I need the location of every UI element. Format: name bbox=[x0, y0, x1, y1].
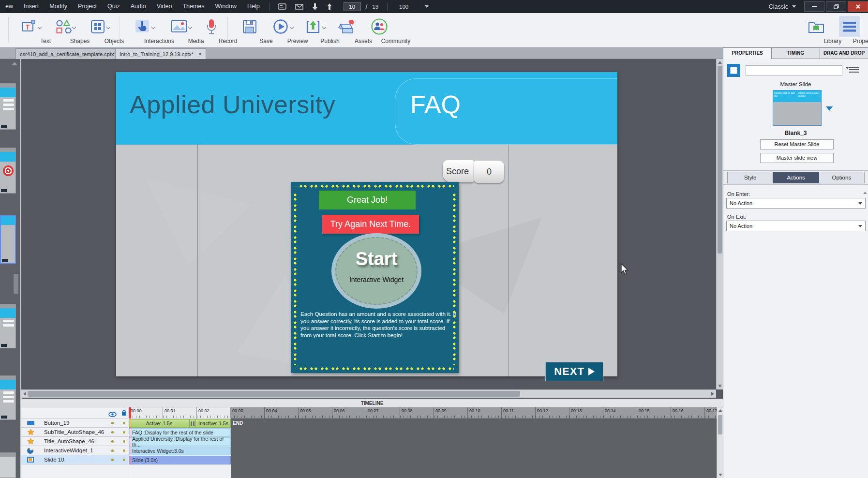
slide-thumbnail[interactable] bbox=[0, 83, 16, 130]
scroll-up-icon[interactable] bbox=[12, 62, 17, 65]
next-slide-icon[interactable] bbox=[327, 3, 332, 10]
layer-row-title[interactable]: Title_AutoShape_46 bbox=[21, 437, 128, 446]
menu-item[interactable]: Quiz bbox=[102, 0, 125, 13]
interactive-widget-card[interactable]: Great Job! Try Again Next Time. Start In… bbox=[291, 182, 459, 373]
timeline-bar-button[interactable]: Active: 1.5s Inactive: 1.5s bbox=[129, 419, 231, 428]
menu-item[interactable]: Video bbox=[151, 0, 178, 13]
slide-thumbnail[interactable] bbox=[0, 452, 16, 478]
tab-properties[interactable]: PROPERTIES bbox=[723, 47, 772, 59]
tab-drag-and-drop[interactable]: DRAG AND DROP bbox=[820, 47, 868, 59]
lock-dot[interactable] bbox=[123, 422, 125, 424]
lock-dot[interactable] bbox=[123, 459, 125, 461]
menu-item[interactable]: Audio bbox=[125, 0, 151, 13]
lock-dot[interactable] bbox=[123, 449, 125, 452]
tool-properties[interactable]: Properties bbox=[833, 15, 866, 45]
scrollbar-thumb[interactable] bbox=[718, 415, 722, 434]
master-slide-thumbnail[interactable]: Double click to add title Double click t… bbox=[773, 90, 822, 126]
current-slide-input[interactable]: 10 bbox=[344, 2, 361, 11]
tool-shapes[interactable]: Shapes bbox=[47, 15, 80, 45]
minimize-button[interactable] bbox=[804, 1, 824, 12]
scroll-left-icon[interactable] bbox=[23, 392, 26, 396]
zoom-control[interactable]: 100 bbox=[399, 4, 429, 10]
scrollbar-thumb[interactable] bbox=[28, 391, 520, 397]
start-button[interactable]: Start Interactive Widget bbox=[331, 233, 421, 309]
chevron-down-icon[interactable] bbox=[322, 25, 326, 29]
scroll-down-icon[interactable] bbox=[718, 385, 722, 388]
slide-thumbnail-selected[interactable] bbox=[0, 215, 16, 264]
scroll-right-icon[interactable] bbox=[711, 392, 714, 396]
chevron-down-icon[interactable] bbox=[38, 25, 42, 29]
canvas-vertical-scrollbar[interactable] bbox=[716, 59, 723, 389]
zoom-level[interactable]: 100 bbox=[399, 4, 408, 10]
visibility-dot[interactable] bbox=[111, 431, 114, 433]
slide-thumbnail[interactable] bbox=[0, 148, 16, 194]
visibility-dot[interactable] bbox=[111, 459, 114, 461]
chevron-down-icon[interactable] bbox=[106, 25, 110, 29]
tab-timing[interactable]: TIMING bbox=[772, 47, 820, 59]
subtab-style[interactable]: Style bbox=[727, 172, 773, 183]
tool-objects[interactable]: Objects bbox=[81, 15, 114, 45]
chevron-down-icon[interactable] bbox=[290, 25, 294, 29]
tool-preview[interactable]: Preview bbox=[265, 15, 298, 45]
timeline-bar-title[interactable]: Applied University :Display for the rest… bbox=[129, 437, 231, 446]
success-banner[interactable]: Great Job! bbox=[319, 191, 416, 209]
on-enter-dropdown[interactable]: No Action bbox=[726, 198, 866, 209]
visibility-dot[interactable] bbox=[111, 449, 114, 452]
slide-10[interactable]: Applied University FAQ Score 0 Great Job… bbox=[116, 72, 617, 376]
slide-subtitle[interactable]: FAQ bbox=[410, 90, 461, 119]
chevron-down-icon[interactable] bbox=[72, 25, 76, 29]
master-slide-dropdown-icon[interactable] bbox=[826, 106, 833, 111]
panel-menu-icon[interactable] bbox=[849, 67, 859, 75]
layer-row-button[interactable]: Button_19 bbox=[21, 418, 128, 428]
playhead-line[interactable] bbox=[130, 407, 130, 464]
stage-canvas[interactable]: Applied University FAQ Score 0 Great Job… bbox=[21, 59, 716, 389]
on-exit-dropdown[interactable]: No Action bbox=[726, 221, 866, 231]
menu-item[interactable]: Themes bbox=[177, 0, 210, 13]
chevron-down-icon[interactable] bbox=[792, 5, 796, 8]
layer-row-slide[interactable]: Slide 10 bbox=[21, 455, 128, 464]
lock-icon[interactable] bbox=[121, 409, 127, 418]
canvas-horizontal-scrollbar[interactable] bbox=[21, 389, 716, 398]
layer-row-subtitle[interactable]: SubTitle_AutoShape_46 bbox=[21, 428, 128, 437]
workspace-selector[interactable]: Classic bbox=[769, 3, 788, 10]
tool-record[interactable]: Record bbox=[195, 15, 228, 45]
tool-text[interactable]: T Text bbox=[13, 15, 45, 45]
previous-slide-icon[interactable] bbox=[312, 3, 318, 10]
chevron-down-icon[interactable] bbox=[425, 5, 429, 8]
filmstrip-scrollbar-thumb[interactable] bbox=[14, 274, 18, 294]
tool-save[interactable]: Save bbox=[233, 15, 266, 45]
scrollbar-thumb[interactable] bbox=[718, 66, 722, 254]
reset-master-slide-button[interactable]: Reset Master Slide bbox=[760, 139, 834, 149]
slide-thumbnail[interactable] bbox=[0, 304, 16, 348]
subtab-actions[interactable]: Actions bbox=[773, 172, 819, 183]
chevron-down-icon[interactable] bbox=[188, 25, 192, 29]
score-label-tab[interactable]: Score bbox=[443, 160, 474, 182]
object-name-input[interactable] bbox=[746, 65, 842, 76]
lock-dot[interactable] bbox=[123, 440, 125, 443]
layer-row-widget[interactable]: InteractiveWidget_1 bbox=[21, 446, 128, 455]
pause-icon[interactable] bbox=[191, 421, 195, 426]
document-tab[interactable]: csr410_add_a_certificate_template.cptx* … bbox=[15, 48, 129, 59]
timeline-bar-slide[interactable]: Slide (3.0s) bbox=[129, 456, 231, 464]
tool-interactions[interactable]: Interactions bbox=[126, 15, 159, 45]
timeline-bar-widget[interactable]: Interactive Widget:3.0s bbox=[129, 447, 231, 455]
tool-media[interactable]: Media bbox=[163, 15, 196, 45]
menu-item[interactable]: Insert bbox=[18, 0, 44, 13]
tool-publish[interactable]: Publish bbox=[297, 15, 330, 45]
master-slide-view-button[interactable]: Master slide view bbox=[760, 153, 834, 163]
next-button[interactable]: NEXT bbox=[545, 362, 603, 381]
tool-library[interactable]: Library bbox=[800, 15, 833, 45]
slide-thumbnail[interactable] bbox=[0, 375, 16, 420]
lock-dot[interactable] bbox=[123, 431, 125, 433]
panel-scroll-up-icon[interactable] bbox=[863, 192, 867, 194]
timeline-ruler[interactable]: 00:0000:0100:0200:0300:0400:0500:0600:07… bbox=[129, 407, 738, 418]
close-button[interactable] bbox=[848, 1, 868, 12]
visibility-dot[interactable] bbox=[111, 440, 114, 443]
chevron-down-icon[interactable] bbox=[151, 25, 155, 29]
eye-icon[interactable] bbox=[108, 410, 117, 419]
slide-title[interactable]: Applied University bbox=[130, 90, 335, 119]
menu-item[interactable]: ew bbox=[0, 0, 18, 13]
visibility-dot[interactable] bbox=[111, 422, 114, 424]
restore-button[interactable] bbox=[826, 1, 846, 12]
tool-community[interactable]: Community bbox=[363, 15, 396, 45]
